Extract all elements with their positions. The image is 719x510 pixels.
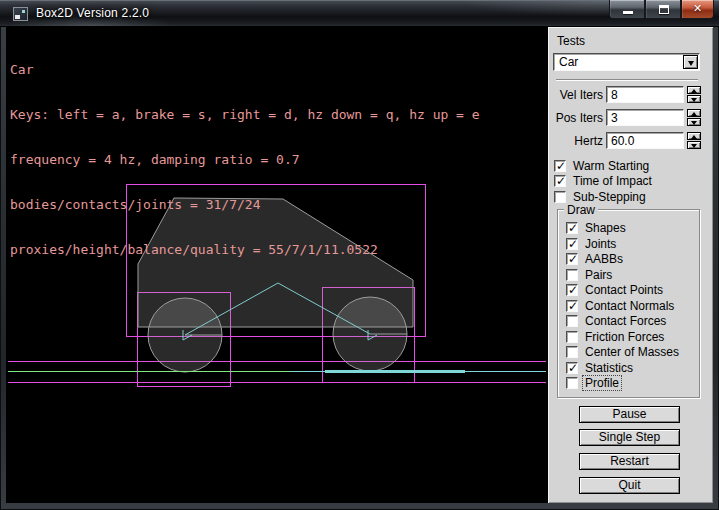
checkbox-box[interactable]: [566, 284, 578, 296]
pos-iters-field[interactable]: [606, 109, 684, 126]
arrow-down-icon: [691, 144, 697, 148]
checkbox-label: Contact Points: [585, 283, 663, 297]
hertz-field[interactable]: [606, 132, 684, 149]
single-step-button[interactable]: Single Step: [579, 429, 680, 446]
checkbox-label: Shapes: [585, 221, 626, 235]
vel-iters-row: Vel Iters: [548, 86, 708, 103]
checkbox-box[interactable]: [566, 362, 578, 374]
checkbox-box[interactable]: [566, 331, 578, 343]
arrow-up-icon: [691, 135, 697, 139]
maximize-icon: [659, 5, 669, 14]
maximize-button[interactable]: [645, 0, 681, 19]
checkbox-box[interactable]: [566, 253, 578, 265]
checkbox-box[interactable]: [566, 346, 578, 358]
checkbox-box[interactable]: [554, 160, 566, 172]
caption-buttons: ✕: [609, 0, 714, 19]
vel-iters-spinner: [687, 86, 701, 103]
checkbox-label: Friction Forces: [585, 330, 664, 344]
vel-iters-field[interactable]: [606, 86, 684, 103]
checkbox-label: Time of Impact: [573, 174, 652, 188]
checkbox-label: AABBs: [585, 252, 623, 266]
checkbox-box[interactable]: [566, 222, 578, 234]
checkbox-label: Joints: [585, 237, 616, 251]
checkbox-label: Contact Forces: [585, 314, 666, 328]
vel-iters-spinner-up[interactable]: [687, 86, 701, 94]
app-window: Box2D Version 2.2.0 ✕: [0, 0, 719, 510]
pos-iters-label: Pos Iters: [548, 111, 603, 125]
app-icon-pixel: [15, 15, 20, 19]
stats-line-counts: bodies/contacts/joints = 31/7/24: [10, 197, 480, 212]
checkbox-label: Contact Normals: [585, 299, 674, 313]
stats-line-proxies: proxies/height/balance/quality = 55/7/1/…: [10, 242, 480, 257]
vel-iters-spinner-down[interactable]: [687, 95, 701, 103]
checkbox-label: Pairs: [585, 268, 612, 282]
checkbox-box[interactable]: [566, 238, 578, 250]
checkbox-box[interactable]: [554, 175, 566, 187]
draw-group-label: Draw: [564, 203, 598, 217]
checkbox-box[interactable]: [554, 191, 566, 203]
hertz-spinner-up[interactable]: [687, 132, 701, 140]
arrow-up-icon: [691, 89, 697, 93]
checkbox-label: Profile: [583, 376, 621, 390]
app-icon[interactable]: [13, 7, 28, 21]
tests-dropdown-value: Car: [559, 55, 578, 69]
checkbox-box[interactable]: [566, 377, 578, 389]
restart-button[interactable]: Restart: [579, 453, 680, 470]
tests-dropdown-button[interactable]: [683, 55, 698, 69]
pos-iters-spinner-up[interactable]: [687, 109, 701, 117]
control-panel: Tests Car Vel Iters Pos Iters: [548, 27, 713, 503]
checkbox-box[interactable]: [566, 315, 578, 327]
checkbox-label: Center of Masses: [585, 345, 679, 359]
stats-line-keys: Keys: left = a, brake = s, right = d, hz…: [10, 107, 480, 122]
separator: [556, 79, 698, 81]
pos-iters-spinner-down[interactable]: [687, 118, 701, 126]
pause-button[interactable]: Pause: [579, 406, 680, 423]
checkbox-label: Warm Starting: [573, 159, 649, 173]
close-button[interactable]: ✕: [681, 0, 714, 19]
chevron-down-icon: [688, 61, 694, 66]
minimize-icon: [623, 11, 633, 14]
stats-line-frequency: frequency = 4 hz, damping ratio = 0.7: [10, 152, 480, 167]
checkbox-label: Sub-Stepping: [573, 190, 646, 204]
pos-iters-row: Pos Iters: [548, 109, 708, 126]
close-icon: ✕: [682, 2, 713, 15]
titlebar[interactable]: Box2D Version 2.2.0 ✕: [0, 0, 719, 27]
checkbox-label: Statistics: [585, 361, 633, 375]
checkbox-box[interactable]: [566, 300, 578, 312]
arrow-up-icon: [691, 112, 697, 116]
pos-iters-spinner: [687, 109, 701, 126]
hertz-spinner: [687, 132, 701, 149]
quit-button[interactable]: Quit: [579, 477, 680, 494]
arrow-down-icon: [691, 121, 697, 125]
tests-label: Tests: [557, 34, 585, 48]
minimize-button[interactable]: [609, 0, 645, 19]
hertz-spinner-down[interactable]: [687, 141, 701, 149]
arrow-down-icon: [691, 98, 697, 102]
tests-dropdown[interactable]: Car: [553, 53, 700, 71]
stats-line-title: Car: [10, 62, 480, 77]
simulation-canvas[interactable]: Car Keys: left = a, brake = s, right = d…: [6, 27, 548, 503]
stats-text: Car Keys: left = a, brake = s, right = d…: [10, 32, 480, 287]
hertz-row: Hertz: [548, 132, 708, 149]
vel-iters-label: Vel Iters: [548, 88, 603, 102]
app-icon-pixel-teal: [22, 10, 25, 13]
checkbox-box[interactable]: [566, 269, 578, 281]
hertz-label: Hertz: [548, 134, 603, 148]
window-title: Box2D Version 2.2.0: [36, 6, 149, 20]
